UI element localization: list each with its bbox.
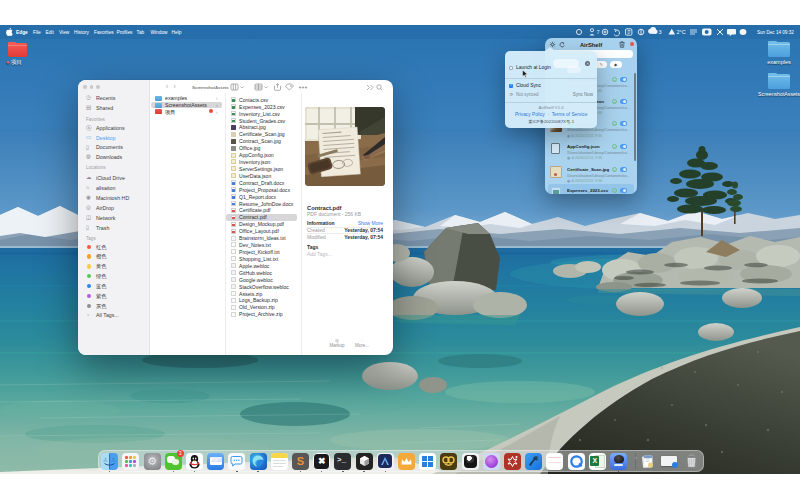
svg-text:2°C: 2°C (677, 29, 686, 35)
svg-text:3: 3 (659, 29, 662, 35)
svg-text:7: 7 (597, 29, 600, 35)
